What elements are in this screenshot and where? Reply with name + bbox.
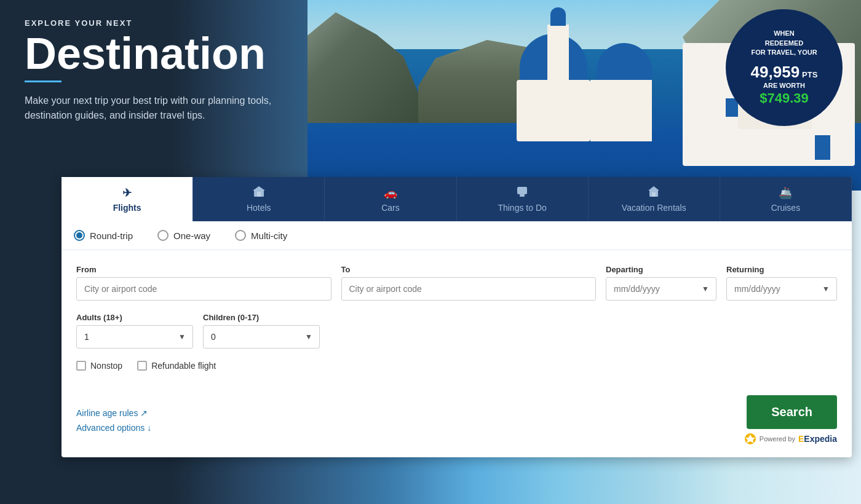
hero-title: Destination <box>25 31 320 76</box>
tab-cars-label: Cars <box>381 203 400 213</box>
hero-subtitle: EXPLORE YOUR NEXT <box>25 18 320 28</box>
svg-rect-5 <box>520 194 525 197</box>
returning-label: Returning <box>726 265 837 274</box>
tab-hotels[interactable]: Hotels <box>193 177 325 221</box>
expedia-logo-icon <box>744 433 756 445</box>
tab-cruises-label: Cruises <box>771 203 800 213</box>
badge-are-worth: ARE WORTH <box>763 82 805 89</box>
departing-input[interactable] <box>606 277 716 301</box>
rentals-icon <box>648 186 660 200</box>
nonstop-checkbox[interactable] <box>76 361 86 371</box>
tab-vacation-rentals[interactable]: Vacation Rentals <box>589 177 720 221</box>
cars-icon: 🚗 <box>384 186 397 200</box>
returning-wrapper: ▼ <box>726 277 837 301</box>
from-label: From <box>76 265 331 274</box>
adults-label: Adults (18+) <box>76 313 193 322</box>
tab-flights[interactable]: ✈ Flights <box>62 177 193 221</box>
search-button[interactable]: Search <box>747 395 837 429</box>
nonstop-option[interactable]: Nonstop <box>76 361 122 371</box>
adults-select[interactable]: 1 2 3 4 5 <box>76 325 193 348</box>
returning-input[interactable] <box>726 277 837 301</box>
tab-rentals-label: Vacation Rentals <box>622 203 686 213</box>
badge-points-value: 49,959 <box>751 63 800 82</box>
refundable-option[interactable]: Refundable flight <box>137 361 216 371</box>
departing-label: Departing <box>606 265 716 274</box>
tab-cruises[interactable]: 🚢 Cruises <box>720 177 852 221</box>
badge-when-redeemed: WHEN REDEEMED FOR TRAVEL, YOUR <box>751 29 817 57</box>
children-label: Children (0-17) <box>203 313 320 322</box>
tab-things-label: Things to Do <box>498 203 546 213</box>
flight-search-form: From To Departing ▼ Returning ▼ <box>62 250 852 390</box>
multi-city-radio[interactable] <box>235 230 246 241</box>
hotels-icon <box>253 186 265 200</box>
multi-city-option[interactable]: Multi-city <box>235 230 287 241</box>
children-select-wrapper: 0 1 2 3 ▼ <box>203 325 320 348</box>
to-label: To <box>341 265 597 274</box>
from-field-group: From <box>76 265 331 301</box>
to-field-group: To <box>341 265 597 301</box>
departing-field-group: Departing ▼ <box>606 265 716 301</box>
refundable-label: Refundable flight <box>151 361 216 371</box>
things-icon <box>516 186 528 200</box>
adults-select-wrapper: 1 2 3 4 5 ▼ <box>76 325 193 348</box>
nonstop-label: Nonstop <box>90 361 122 371</box>
passengers-row: Adults (18+) 1 2 3 4 5 ▼ Children (0-17) <box>76 313 837 348</box>
adults-field-group: Adults (18+) 1 2 3 4 5 ▼ <box>76 313 193 348</box>
cruises-icon: 🚢 <box>779 186 792 200</box>
svg-marker-8 <box>648 186 659 191</box>
powered-by-text: Powered by <box>760 435 795 443</box>
svg-marker-2 <box>253 186 265 191</box>
tab-things-to-do[interactable]: Things to Do <box>457 177 589 221</box>
bottom-row: Airline age rules ↗ Advanced options ↓ S… <box>62 390 852 457</box>
airline-age-rules-link[interactable]: Airline age rules ↗ <box>76 408 151 418</box>
hero-description: Make your next trip your best trip with … <box>25 93 320 123</box>
one-way-option[interactable]: One-way <box>157 230 210 241</box>
children-select[interactable]: 0 1 2 3 <box>203 325 320 348</box>
tab-hotels-label: Hotels <box>247 203 271 213</box>
round-trip-label: Round-trip <box>90 230 133 241</box>
one-way-label: One-way <box>173 230 210 241</box>
svg-rect-3 <box>257 192 261 197</box>
advanced-options-link[interactable]: Advanced options ↓ <box>76 423 151 433</box>
flights-icon: ✈ <box>122 186 132 200</box>
svg-rect-9 <box>652 192 656 197</box>
hero-text-block: EXPLORE YOUR NEXT Destination Make your … <box>25 18 320 123</box>
round-trip-option[interactable]: Round-trip <box>74 230 133 241</box>
navigation-tabs: ✈ Flights Hotels 🚗 Cars <box>62 177 852 221</box>
points-badge: WHEN REDEEMED FOR TRAVEL, YOUR 49,959 PT… <box>726 9 843 126</box>
expedia-brand: EExpedia <box>798 434 837 444</box>
round-trip-dot <box>76 232 82 238</box>
returning-field-group: Returning ▼ <box>726 265 837 301</box>
search-panel: ✈ Flights Hotels 🚗 Cars <box>62 177 852 457</box>
hero-underline <box>25 81 62 82</box>
powered-by: Powered by EExpedia <box>744 433 837 445</box>
tab-cars[interactable]: 🚗 Cars <box>325 177 456 221</box>
one-way-radio[interactable] <box>157 230 169 241</box>
search-button-area: Search Powered by EExpedia <box>744 395 837 445</box>
from-input[interactable] <box>76 277 331 301</box>
filter-checkboxes: Nonstop Refundable flight <box>76 361 837 371</box>
children-field-group: Children (0-17) 0 1 2 3 ▼ <box>203 313 320 348</box>
refundable-checkbox[interactable] <box>137 361 147 371</box>
to-input[interactable] <box>341 277 597 301</box>
svg-rect-4 <box>517 187 527 194</box>
tab-flights-label: Flights <box>113 203 141 213</box>
badge-dollar-value: $749.39 <box>760 90 809 106</box>
trip-type-selector: Round-trip One-way Multi-city <box>62 221 852 250</box>
departing-wrapper: ▼ <box>606 277 716 301</box>
multi-city-label: Multi-city <box>251 230 287 241</box>
origin-destination-dates-row: From To Departing ▼ Returning ▼ <box>76 265 837 301</box>
badge-pts-label: PTS <box>802 70 817 79</box>
links-area: Airline age rules ↗ Advanced options ↓ <box>76 408 151 433</box>
round-trip-radio[interactable] <box>74 230 85 241</box>
